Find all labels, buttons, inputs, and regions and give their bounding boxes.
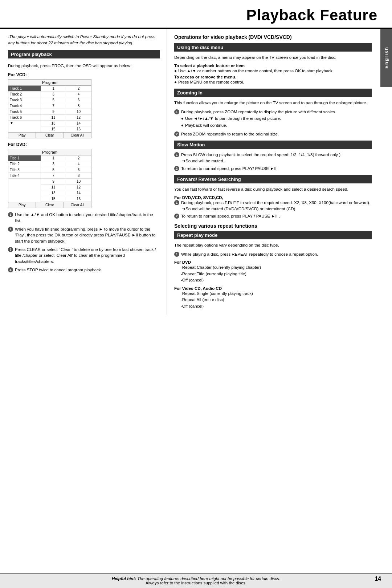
dvd-num-11[interactable]: 11 xyxy=(41,184,66,190)
dvd-num-1[interactable]: 1 xyxy=(41,155,66,161)
select-feature-bullet-1: ● Use ▲/▼ or number buttons on the remot… xyxy=(174,68,372,74)
dvd-num-15[interactable]: 15 xyxy=(41,196,66,202)
dvd-number-grid: 1 2 3 4 5 6 7 8 9 10 11 12 13 14 15 16 xyxy=(41,155,91,202)
vcd-play-btn[interactable]: Play xyxy=(8,133,36,138)
zoom-num-circle-1: 1 xyxy=(174,109,179,114)
fr-instruction-1: 1 During playback, press F.R/ F.F to sel… xyxy=(174,200,372,212)
repeat-play-body: The repeat play options vary depending o… xyxy=(174,242,372,248)
vcd-track-5[interactable]: Track 5 xyxy=(8,109,41,115)
dvd-repeat-item-1: -Repeat Chapter (currently playing chapt… xyxy=(181,264,372,271)
vcd-num-5[interactable]: 5 xyxy=(41,97,66,103)
dvd-num-3[interactable]: 3 xyxy=(41,161,66,167)
vcd-track-4[interactable]: Track 4 xyxy=(8,103,41,109)
vcd-box-body: Track 1 Track 2 Track 3 Track 4 Track 5 … xyxy=(8,86,91,132)
dvd-num-12[interactable]: 12 xyxy=(66,184,91,190)
vcd-num-15[interactable]: 15 xyxy=(41,126,66,132)
for-video-cd-label: For Video CD, Audio CD xyxy=(174,286,372,291)
instruction-4: 4 Press STOP twice to cancel program pla… xyxy=(8,267,160,273)
dvd-num-7[interactable]: 7 xyxy=(41,173,66,179)
dvd-play-btn[interactable]: Play xyxy=(8,202,36,208)
for-video-cd-list: -Repeat Single (currently playing track)… xyxy=(181,291,372,309)
select-feature-label: To select a playback feature or item xyxy=(174,64,372,68)
dvd-program-box: Program Title 1 Title 2 Title 3 Title 4 … xyxy=(8,149,91,208)
vcd-repeat-item-2: -Repeat All (entire disc) xyxy=(181,297,372,303)
page-title: Playback Feature xyxy=(0,7,377,24)
vcd-clear-btn[interactable]: Clear xyxy=(36,133,64,138)
vcd-num-7[interactable]: 7 xyxy=(41,103,66,109)
dvd-num-5[interactable]: 5 xyxy=(41,167,66,173)
vcd-repeat-item-3: -Off (cancel) xyxy=(181,303,372,309)
vcd-box-footer: Play Clear Clear All xyxy=(8,132,91,138)
left-column: -The player will automatically switch to… xyxy=(0,29,167,315)
operations-header: Operations for video playback (DVD/ VCD/… xyxy=(174,34,372,40)
vcd-num-8[interactable]: 8 xyxy=(66,103,91,109)
for-vcd-label: For VCD: xyxy=(8,72,160,77)
dvd-num-10[interactable]: 10 xyxy=(66,179,91,184)
vcd-num-16[interactable]: 16 xyxy=(66,126,91,132)
operations-header-text: Operations for video playback (DVD/ VCD/… xyxy=(174,34,292,40)
slow-num-circle-1: 1 xyxy=(174,152,179,157)
zoom-instruction-2: 2 Press ZOOM repeatedly to return to the… xyxy=(174,131,372,137)
repeat-instruction-1-text: While playing a disc, press REPEAT repea… xyxy=(181,251,318,257)
dvd-num-6[interactable]: 6 xyxy=(66,167,91,173)
dvd-num-8[interactable]: 8 xyxy=(66,173,91,179)
using-disc-menu-body: Depending on the disc, a menu may appear… xyxy=(174,54,372,61)
dvd-num-14[interactable]: 14 xyxy=(66,190,91,196)
vcd-num-14[interactable]: 14 xyxy=(66,121,91,126)
selecting-header-text: Selecting various repeat functions xyxy=(174,223,257,229)
select-feature-bullet-text: Use ▲/▼ or number buttons on the remote … xyxy=(178,68,334,74)
page-footer: Helpful hint: The operating features des… xyxy=(0,573,392,588)
vcd-clear-all-btn[interactable]: Clear All xyxy=(64,133,91,138)
dvd-num-4[interactable]: 4 xyxy=(66,161,91,167)
fr-num-circle-1: 1 xyxy=(174,200,179,205)
zooming-in-header: Zooming In xyxy=(174,89,372,97)
for-dvd-vcd-label: For DVD,VCD, SVCD,CD, xyxy=(174,195,372,200)
dvd-title-1[interactable]: Title 1 xyxy=(8,155,41,161)
vcd-track-2[interactable]: Track 2 xyxy=(8,92,41,97)
vcd-num-2[interactable]: 2 xyxy=(66,86,91,92)
dvd-num-16[interactable]: 16 xyxy=(66,196,91,202)
access-menu-bullet-1: ● Press MENU on the remote control. xyxy=(174,79,372,85)
dvd-clear-all-btn[interactable]: Clear All xyxy=(64,202,91,208)
program-playback-intro: During playback, press PROG, then the OS… xyxy=(8,63,160,69)
vcd-track-3[interactable]: Track 3 xyxy=(8,97,41,103)
fr-instruction-2: 2 To return to normal speed, press PLAY … xyxy=(174,213,372,219)
vcd-num-12[interactable]: 12 xyxy=(66,115,91,121)
vcd-track-1[interactable]: Track 1 xyxy=(8,86,41,92)
vcd-num-1[interactable]: 1 xyxy=(41,86,66,92)
vcd-num-13[interactable]: 13 xyxy=(41,121,66,126)
bullet-dot-2: ● xyxy=(174,79,177,85)
num-circle-4: 4 xyxy=(8,267,13,272)
vcd-number-grid: 1 2 3 4 5 6 7 8 9 10 11 12 13 14 15 16 xyxy=(41,86,91,132)
vcd-num-11[interactable]: 11 xyxy=(41,115,66,121)
vcd-num-3[interactable]: 3 xyxy=(41,92,66,97)
bullet-dot-1: ● xyxy=(174,68,177,74)
dvd-title-4[interactable]: Title 4 xyxy=(8,173,41,179)
fr-instruction-1-text: During playback, press F.R/ F.F to selec… xyxy=(181,200,370,212)
for-dvd-repeat-list: -Repeat Chapter (currently playing chapt… xyxy=(181,264,372,283)
page-title-bar: Playback Feature xyxy=(0,0,392,29)
program-instructions-list: 1 Use the ▲/▼ and OK button to select yo… xyxy=(8,212,160,273)
instruction-1: 1 Use the ▲/▼ and OK button to select yo… xyxy=(8,212,160,224)
dvd-num-13[interactable]: 13 xyxy=(41,190,66,196)
vcd-track-6[interactable]: Track 6 xyxy=(8,115,41,121)
dvd-num-9[interactable]: 9 xyxy=(41,179,66,184)
dvd-title-2[interactable]: Title 2 xyxy=(8,161,41,167)
dvd-num-2[interactable]: 2 xyxy=(66,155,91,161)
vcd-program-box: Program Track 1 Track 2 Track 3 Track 4 … xyxy=(8,79,91,138)
vcd-num-4[interactable]: 4 xyxy=(66,92,91,97)
dvd-clear-btn[interactable]: Clear xyxy=(36,202,64,208)
using-disc-menu-header: Using the disc menu xyxy=(174,43,372,52)
vcd-num-6[interactable]: 6 xyxy=(66,97,91,103)
fr-num-circle-2: 2 xyxy=(174,214,179,219)
forward-reverse-header: Forward/ Reverse Searching xyxy=(174,175,372,183)
page-number: 14 xyxy=(375,576,381,582)
helpful-hint-label: Helpful hint: xyxy=(112,576,136,581)
vcd-num-10[interactable]: 10 xyxy=(66,109,91,115)
dvd-box-title: Program xyxy=(8,149,91,155)
slow-instruction-1: 1 Press SLOW during playback to select t… xyxy=(174,152,372,164)
dvd-title-3[interactable]: Title 3 xyxy=(8,167,41,173)
instruction-2-text: When you have finished programming, pres… xyxy=(15,226,160,244)
vcd-num-9[interactable]: 9 xyxy=(41,109,66,115)
num-circle-1: 1 xyxy=(8,212,13,217)
